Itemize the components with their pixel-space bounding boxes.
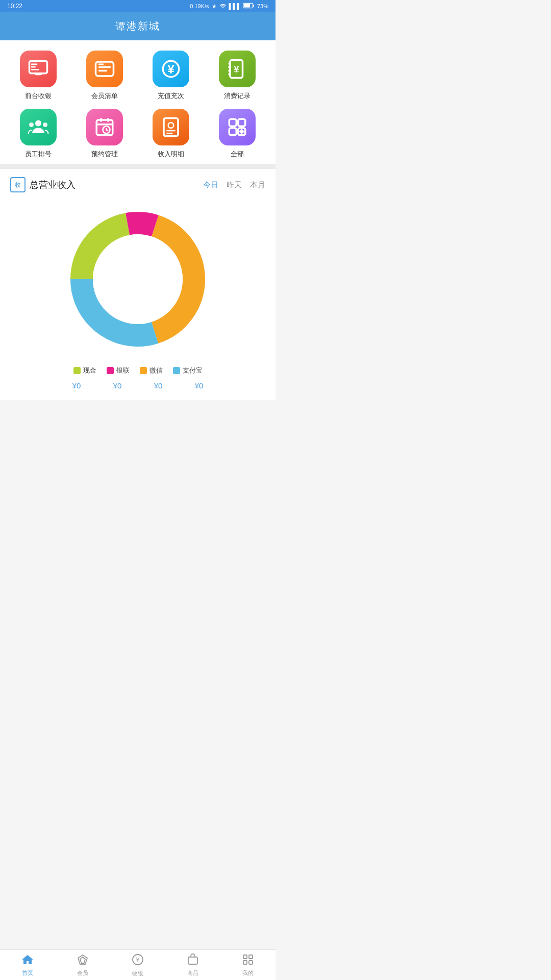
menu-label-staff: 员工排号 [25, 150, 52, 159]
menu-label-appointment: 预约管理 [91, 150, 118, 159]
value-cash: ¥0 [61, 381, 92, 390]
svg-line-31 [107, 130, 109, 131]
card-list-icon [94, 58, 115, 80]
menu-item-cashier[interactable]: 前台收银 [5, 51, 71, 101]
svg-rect-36 [229, 119, 236, 126]
revenue-header: 收 总营业收入 今日 昨天 本月 [10, 177, 265, 192]
consumption-icon-bg: ¥ [219, 51, 256, 87]
svg-point-33 [168, 122, 174, 128]
appointment-icon-bg [86, 109, 123, 145]
calendar-clock-icon [94, 116, 115, 138]
svg-rect-10 [96, 62, 114, 76]
svg-text:¥: ¥ [234, 64, 239, 75]
tab-yesterday[interactable]: 昨天 [227, 180, 242, 190]
revenue-icon: 收 [10, 177, 26, 192]
svg-point-24 [43, 122, 47, 127]
network-speed: 0.19K/s [190, 3, 209, 9]
legend-unionpay: 银联 [107, 366, 130, 375]
revenue-values: ¥0 ¥0 ¥0 ¥0 [10, 381, 265, 390]
staff-icon-bg [20, 109, 57, 145]
tab-today[interactable]: 今日 [203, 180, 218, 190]
chart-container [10, 203, 265, 356]
svg-marker-40 [239, 129, 245, 135]
legend-alipay: 支付宝 [173, 366, 203, 375]
menu-item-income[interactable]: 收入明细 [138, 109, 204, 159]
svg-rect-38 [229, 128, 236, 135]
donut-chart [56, 203, 219, 356]
status-bar: 10:22 0.19K/s ★ ▌▌▌ 73% [0, 0, 276, 12]
tab-month[interactable]: 本月 [250, 180, 265, 190]
chart-legend: 现金 银联 微信 支付宝 [10, 366, 265, 375]
wifi-icon [219, 3, 227, 10]
svg-rect-3 [244, 4, 250, 8]
legend-cash: 现金 [73, 366, 96, 375]
menu-label-member-list: 会员清单 [91, 91, 118, 101]
svg-point-0 [222, 7, 223, 8]
status-right: 0.19K/s ★ ▌▌▌ 73% [190, 3, 268, 10]
svg-rect-8 [31, 66, 36, 68]
cashier-icon-bg [20, 51, 57, 87]
app-title: 谭港新城 [115, 20, 160, 32]
revenue-section: 收 总营业收入 今日 昨天 本月 [0, 169, 276, 400]
battery-icon [243, 3, 255, 10]
svg-point-22 [35, 120, 41, 127]
menu-item-consumption[interactable]: ¥ 消费记录 [204, 51, 270, 101]
grid-diamond-icon [227, 116, 248, 138]
svg-rect-13 [98, 64, 104, 65]
group-icon [28, 116, 49, 138]
svg-rect-11 [98, 66, 111, 68]
menu-item-staff[interactable]: 员工排号 [5, 109, 71, 159]
income-icon-bg [153, 109, 189, 145]
receipt-icon [160, 116, 182, 138]
svg-rect-2 [253, 5, 254, 7]
legend-dot-wechat [140, 367, 147, 374]
menu-item-all[interactable]: 全部 [204, 109, 270, 159]
member-list-icon-bg [86, 51, 123, 87]
notebook-yen-icon: ¥ [227, 58, 248, 80]
menu-label-recharge: 充值充次 [158, 91, 184, 101]
svg-rect-9 [31, 69, 39, 70]
menu-label-cashier: 前台收银 [25, 91, 52, 101]
revenue-title-group: 收 总营业收入 [10, 177, 76, 192]
menu-label-all: 全部 [231, 150, 244, 159]
monitor-icon [28, 58, 49, 80]
menu-item-appointment[interactable]: 预约管理 [71, 109, 138, 159]
signal-icon: ▌▌▌ [229, 3, 241, 9]
yen-circle-icon: ¥ [160, 58, 182, 80]
bluetooth-icon: ★ [212, 3, 217, 10]
all-icon-bg [219, 109, 256, 145]
revenue-tabs: 今日 昨天 本月 [203, 180, 265, 190]
status-time: 10:22 [7, 3, 22, 10]
recharge-icon-bg: ¥ [153, 51, 189, 87]
revenue-title: 总营业收入 [30, 179, 76, 191]
svg-point-23 [29, 122, 34, 127]
section-divider [0, 164, 276, 169]
svg-rect-12 [98, 70, 108, 72]
legend-wechat: 微信 [140, 366, 163, 375]
svg-point-46 [93, 234, 183, 324]
value-wechat: ¥0 [143, 381, 173, 390]
legend-dot-unionpay [107, 367, 114, 374]
menu-grid: 前台收银 会员清单 ¥ 充值充次 [0, 40, 276, 164]
svg-rect-37 [238, 119, 245, 126]
menu-item-recharge[interactable]: ¥ 充值充次 [138, 51, 204, 101]
menu-label-consumption: 消费记录 [224, 91, 251, 101]
menu-item-member-list[interactable]: 会员清单 [71, 51, 138, 101]
value-alipay: ¥0 [184, 381, 214, 390]
battery-percent: 73% [257, 3, 268, 9]
svg-text:¥: ¥ [167, 62, 174, 76]
legend-dot-cash [73, 367, 81, 374]
app-header: 谭港新城 [0, 12, 276, 40]
value-unionpay: ¥0 [102, 381, 133, 390]
legend-dot-alipay [173, 367, 180, 374]
menu-label-income: 收入明细 [158, 150, 184, 159]
svg-rect-7 [31, 64, 37, 65]
